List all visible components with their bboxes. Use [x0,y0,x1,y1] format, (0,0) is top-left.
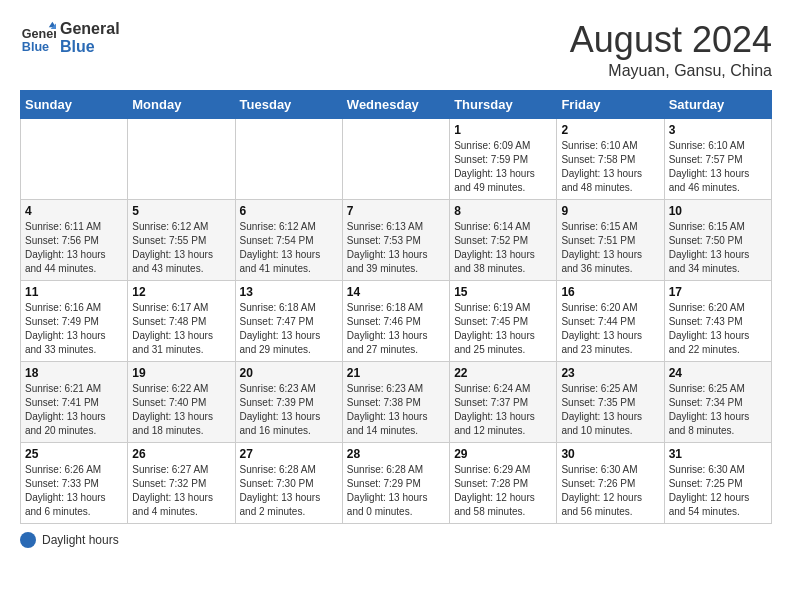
day-info: Sunrise: 6:30 AM Sunset: 7:26 PM Dayligh… [561,463,659,519]
week-row-3: 11Sunrise: 6:16 AM Sunset: 7:49 PM Dayli… [21,280,772,361]
day-info: Sunrise: 6:28 AM Sunset: 7:29 PM Dayligh… [347,463,445,519]
day-info: Sunrise: 6:22 AM Sunset: 7:40 PM Dayligh… [132,382,230,438]
calendar-cell: 28Sunrise: 6:28 AM Sunset: 7:29 PM Dayli… [342,442,449,523]
day-number: 17 [669,285,767,299]
calendar-cell: 11Sunrise: 6:16 AM Sunset: 7:49 PM Dayli… [21,280,128,361]
day-number: 24 [669,366,767,380]
calendar-cell: 26Sunrise: 6:27 AM Sunset: 7:32 PM Dayli… [128,442,235,523]
day-info: Sunrise: 6:10 AM Sunset: 7:58 PM Dayligh… [561,139,659,195]
day-number: 10 [669,204,767,218]
page-header: General Blue General Blue August 2024 Ma… [20,20,772,80]
day-info: Sunrise: 6:17 AM Sunset: 7:48 PM Dayligh… [132,301,230,357]
day-info: Sunrise: 6:13 AM Sunset: 7:53 PM Dayligh… [347,220,445,276]
day-number: 31 [669,447,767,461]
day-number: 1 [454,123,552,137]
calendar-cell: 24Sunrise: 6:25 AM Sunset: 7:34 PM Dayli… [664,361,771,442]
week-row-1: 1Sunrise: 6:09 AM Sunset: 7:59 PM Daylig… [21,118,772,199]
calendar-cell: 7Sunrise: 6:13 AM Sunset: 7:53 PM Daylig… [342,199,449,280]
logo-text-blue: Blue [60,38,120,56]
day-number: 18 [25,366,123,380]
calendar-cell: 8Sunrise: 6:14 AM Sunset: 7:52 PM Daylig… [450,199,557,280]
day-number: 5 [132,204,230,218]
day-info: Sunrise: 6:26 AM Sunset: 7:33 PM Dayligh… [25,463,123,519]
calendar-cell: 17Sunrise: 6:20 AM Sunset: 7:43 PM Dayli… [664,280,771,361]
day-number: 15 [454,285,552,299]
calendar-cell [235,118,342,199]
day-number: 14 [347,285,445,299]
day-info: Sunrise: 6:28 AM Sunset: 7:30 PM Dayligh… [240,463,338,519]
month-year: August 2024 [570,20,772,60]
day-info: Sunrise: 6:09 AM Sunset: 7:59 PM Dayligh… [454,139,552,195]
calendar-cell: 21Sunrise: 6:23 AM Sunset: 7:38 PM Dayli… [342,361,449,442]
calendar-cell: 3Sunrise: 6:10 AM Sunset: 7:57 PM Daylig… [664,118,771,199]
weekday-header-thursday: Thursday [450,90,557,118]
day-info: Sunrise: 6:21 AM Sunset: 7:41 PM Dayligh… [25,382,123,438]
calendar-cell: 30Sunrise: 6:30 AM Sunset: 7:26 PM Dayli… [557,442,664,523]
location: Mayuan, Gansu, China [570,62,772,80]
calendar-cell: 6Sunrise: 6:12 AM Sunset: 7:54 PM Daylig… [235,199,342,280]
day-number: 11 [25,285,123,299]
day-info: Sunrise: 6:27 AM Sunset: 7:32 PM Dayligh… [132,463,230,519]
day-number: 30 [561,447,659,461]
calendar-cell: 10Sunrise: 6:15 AM Sunset: 7:50 PM Dayli… [664,199,771,280]
day-number: 9 [561,204,659,218]
day-number: 3 [669,123,767,137]
day-info: Sunrise: 6:24 AM Sunset: 7:37 PM Dayligh… [454,382,552,438]
day-info: Sunrise: 6:16 AM Sunset: 7:49 PM Dayligh… [25,301,123,357]
day-info: Sunrise: 6:11 AM Sunset: 7:56 PM Dayligh… [25,220,123,276]
weekday-header-wednesday: Wednesday [342,90,449,118]
daylight-icon [20,532,36,548]
day-number: 22 [454,366,552,380]
day-info: Sunrise: 6:30 AM Sunset: 7:25 PM Dayligh… [669,463,767,519]
day-info: Sunrise: 6:19 AM Sunset: 7:45 PM Dayligh… [454,301,552,357]
week-row-2: 4Sunrise: 6:11 AM Sunset: 7:56 PM Daylig… [21,199,772,280]
day-info: Sunrise: 6:12 AM Sunset: 7:55 PM Dayligh… [132,220,230,276]
day-info: Sunrise: 6:25 AM Sunset: 7:34 PM Dayligh… [669,382,767,438]
calendar-cell: 19Sunrise: 6:22 AM Sunset: 7:40 PM Dayli… [128,361,235,442]
day-number: 12 [132,285,230,299]
calendar-cell: 16Sunrise: 6:20 AM Sunset: 7:44 PM Dayli… [557,280,664,361]
day-number: 19 [132,366,230,380]
calendar-cell: 23Sunrise: 6:25 AM Sunset: 7:35 PM Dayli… [557,361,664,442]
day-number: 26 [132,447,230,461]
day-info: Sunrise: 6:23 AM Sunset: 7:39 PM Dayligh… [240,382,338,438]
week-row-4: 18Sunrise: 6:21 AM Sunset: 7:41 PM Dayli… [21,361,772,442]
logo-text-general: General [60,20,120,38]
calendar-table: SundayMondayTuesdayWednesdayThursdayFrid… [20,90,772,524]
day-info: Sunrise: 6:18 AM Sunset: 7:47 PM Dayligh… [240,301,338,357]
weekday-header-row: SundayMondayTuesdayWednesdayThursdayFrid… [21,90,772,118]
day-info: Sunrise: 6:14 AM Sunset: 7:52 PM Dayligh… [454,220,552,276]
week-row-5: 25Sunrise: 6:26 AM Sunset: 7:33 PM Dayli… [21,442,772,523]
calendar-cell: 14Sunrise: 6:18 AM Sunset: 7:46 PM Dayli… [342,280,449,361]
calendar-cell: 4Sunrise: 6:11 AM Sunset: 7:56 PM Daylig… [21,199,128,280]
day-number: 27 [240,447,338,461]
calendar-cell: 9Sunrise: 6:15 AM Sunset: 7:51 PM Daylig… [557,199,664,280]
calendar-cell: 22Sunrise: 6:24 AM Sunset: 7:37 PM Dayli… [450,361,557,442]
day-number: 2 [561,123,659,137]
day-number: 13 [240,285,338,299]
day-number: 28 [347,447,445,461]
calendar-cell: 2Sunrise: 6:10 AM Sunset: 7:58 PM Daylig… [557,118,664,199]
day-info: Sunrise: 6:18 AM Sunset: 7:46 PM Dayligh… [347,301,445,357]
calendar-body: 1Sunrise: 6:09 AM Sunset: 7:59 PM Daylig… [21,118,772,523]
footer: Daylight hours [20,532,772,548]
day-info: Sunrise: 6:23 AM Sunset: 7:38 PM Dayligh… [347,382,445,438]
day-number: 16 [561,285,659,299]
day-info: Sunrise: 6:10 AM Sunset: 7:57 PM Dayligh… [669,139,767,195]
calendar-cell [342,118,449,199]
day-info: Sunrise: 6:29 AM Sunset: 7:28 PM Dayligh… [454,463,552,519]
day-number: 25 [25,447,123,461]
day-number: 8 [454,204,552,218]
logo-icon: General Blue [20,20,56,56]
day-info: Sunrise: 6:20 AM Sunset: 7:43 PM Dayligh… [669,301,767,357]
calendar-header: SundayMondayTuesdayWednesdayThursdayFrid… [21,90,772,118]
day-number: 21 [347,366,445,380]
calendar-cell: 12Sunrise: 6:17 AM Sunset: 7:48 PM Dayli… [128,280,235,361]
calendar-cell: 5Sunrise: 6:12 AM Sunset: 7:55 PM Daylig… [128,199,235,280]
day-number: 29 [454,447,552,461]
title-block: August 2024 Mayuan, Gansu, China [570,20,772,80]
day-number: 23 [561,366,659,380]
calendar-cell: 25Sunrise: 6:26 AM Sunset: 7:33 PM Dayli… [21,442,128,523]
calendar-cell [21,118,128,199]
calendar-cell: 20Sunrise: 6:23 AM Sunset: 7:39 PM Dayli… [235,361,342,442]
